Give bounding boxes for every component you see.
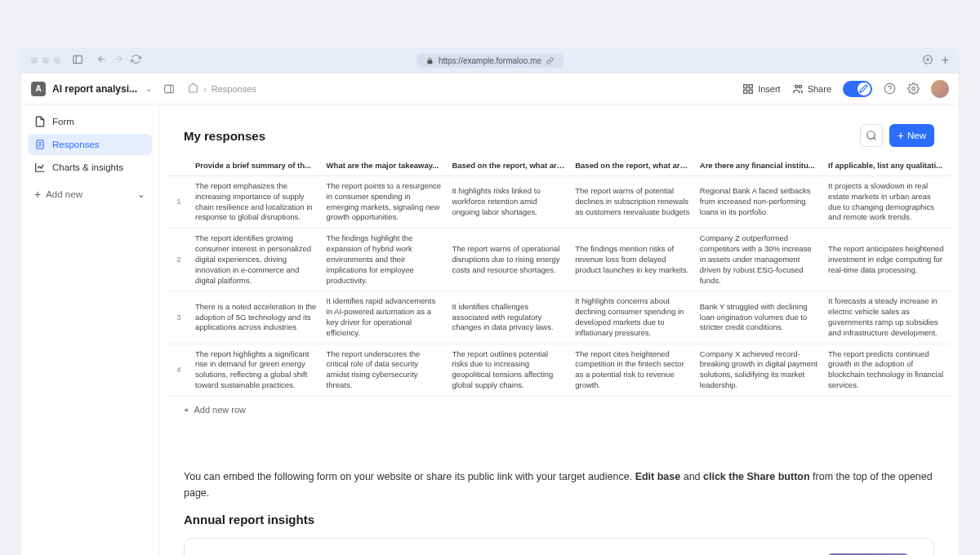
svg-rect-0 [74, 56, 82, 63]
table-cell[interactable]: The report cites heightened competition … [570, 344, 695, 396]
avatar[interactable] [931, 80, 949, 98]
reload-icon[interactable] [131, 54, 141, 67]
table-cell[interactable]: The report identifies growing consumer i… [190, 229, 322, 291]
share-label: Share [808, 84, 831, 94]
lock-icon [426, 57, 434, 64]
table-row[interactable]: 2The report identifies growing consumer … [167, 229, 951, 291]
app-topbar: A AI report analysi... ⌄ › Responses Ins… [21, 73, 959, 104]
table-cell[interactable]: It highlights risks linked to workforce … [447, 176, 570, 229]
home-icon[interactable] [188, 82, 198, 95]
sidebar-item-form[interactable]: Form [28, 111, 152, 132]
svg-point-12 [799, 85, 802, 88]
extensions-icon[interactable] [922, 54, 933, 68]
sidebar-item-responses[interactable]: Responses [28, 134, 152, 155]
table-cell[interactable]: It projects a slowdown in real estate ma… [823, 176, 951, 229]
help-icon[interactable] [884, 82, 896, 95]
row-number: 1 [167, 176, 190, 229]
svg-rect-9 [744, 90, 747, 93]
form-title: Annual report insights [159, 513, 959, 526]
edit-mode-toggle[interactable] [843, 81, 872, 97]
table-cell[interactable]: The findings mention risks of revenue lo… [570, 229, 695, 291]
sidebar: Form Responses Charts & insights + Add n… [21, 104, 158, 555]
grid-icon [742, 83, 754, 95]
share-button[interactable]: Share [792, 83, 831, 95]
responses-table: Provide a brief summary of th... What ar… [159, 155, 959, 423]
row-number: 4 [167, 344, 190, 396]
table-cell[interactable]: The report warns of operational disrupti… [447, 229, 570, 291]
clipboard-icon [34, 139, 46, 150]
table-cell[interactable]: There is a noted acceleration in the ado… [190, 291, 322, 344]
row-number: 3 [167, 291, 190, 344]
pencil-icon [859, 84, 868, 93]
table-cell[interactable]: The report points to a resurgence in con… [322, 176, 448, 229]
table-header[interactable]: Based on the report, what are... [570, 155, 695, 176]
close-dot[interactable] [31, 57, 38, 64]
add-row-button[interactable]: + Add new row [167, 397, 951, 423]
breadcrumb-current: Responses [212, 84, 256, 94]
document-icon [34, 116, 46, 127]
link-icon [546, 57, 554, 64]
chevron-down-icon: ⌄ [137, 189, 145, 200]
add-new-button[interactable]: + Add new ⌄ [28, 183, 152, 206]
new-button[interactable]: + New [889, 124, 934, 147]
sidebar-toggle-icon[interactable] [72, 54, 83, 68]
url-bar[interactable]: https://example.formaloo.me [416, 54, 564, 68]
row-number: 2 [167, 229, 190, 291]
breadcrumb: › Responses [188, 82, 256, 95]
new-button-label: New [907, 131, 926, 140]
insert-button[interactable]: Insert [742, 83, 781, 95]
sidebar-item-label: Responses [52, 140, 100, 149]
sidebar-item-charts[interactable]: Charts & insights [28, 157, 152, 178]
table-cell[interactable]: The report outlines potential risks due … [447, 344, 570, 396]
new-tab-icon[interactable]: + [942, 54, 949, 67]
table-cell[interactable]: Company X achieved record-breaking growt… [695, 344, 823, 396]
url-text: https://example.formaloo.me [439, 56, 541, 65]
table-cell[interactable]: It identifies challenges associated with… [447, 291, 570, 344]
svg-rect-7 [744, 84, 747, 87]
search-icon [866, 130, 877, 141]
minimize-dot[interactable] [42, 57, 49, 64]
chart-icon [34, 162, 46, 173]
svg-line-20 [874, 138, 876, 140]
table-cell[interactable]: Bank Y struggled with declining loan ori… [695, 291, 823, 344]
back-icon[interactable] [96, 54, 107, 67]
table-cell[interactable]: The report warns of potential declines i… [570, 176, 695, 229]
table-cell[interactable]: The report underscores the critical role… [322, 344, 448, 396]
browser-titlebar: https://example.formaloo.me + [21, 47, 959, 73]
chevron-down-icon[interactable]: ⌄ [145, 84, 152, 93]
table-row[interactable]: 1The report emphasizes the increasing im… [167, 176, 951, 229]
sidebar-item-label: Charts & insights [52, 162, 123, 172]
embed-instructions: You can embed the following form on your… [159, 468, 959, 501]
table-cell[interactable]: Regional Bank A faced setbacks from incr… [695, 176, 823, 229]
forward-icon[interactable] [114, 54, 124, 67]
table-cell[interactable]: It highlights concerns about declining c… [570, 291, 695, 344]
table-cell[interactable]: The report anticipates heightened invest… [823, 229, 951, 291]
svg-point-11 [795, 85, 798, 88]
sidebar-item-label: Form [52, 117, 74, 127]
page-title: My responses [184, 129, 265, 143]
table-cell[interactable]: It forecasts a steady increase in electr… [823, 291, 951, 344]
form-card: Edit Form View Form [184, 538, 934, 555]
table-cell[interactable]: The report emphasizes the increasing imp… [190, 176, 322, 229]
svg-rect-10 [749, 90, 752, 93]
table-cell[interactable]: The findings highlight the expansion of … [322, 229, 448, 291]
table-cell[interactable]: The report predicts continued growth in … [823, 344, 951, 396]
table-cell[interactable]: It identifies rapid advancements in AI-p… [322, 291, 448, 344]
table-header[interactable]: What are the major takeaway... [322, 155, 448, 176]
maximize-dot[interactable] [54, 57, 60, 64]
table-cell[interactable]: Company Z outperformed competitors with … [695, 229, 823, 291]
table-header[interactable]: Based on the report, what are... [447, 155, 570, 176]
table-header[interactable]: Are there any financial institu... [695, 155, 823, 176]
settings-icon[interactable] [907, 82, 920, 95]
table-row[interactable]: 4The report highlights a significant ris… [167, 344, 951, 396]
traffic-lights [31, 57, 60, 64]
panel-icon[interactable] [163, 83, 175, 95]
chevron-right-icon: › [203, 84, 207, 94]
app-title: AI report analysi... [52, 83, 137, 95]
search-button[interactable] [860, 124, 883, 147]
app-badge: A [31, 82, 46, 96]
table-row[interactable]: 3There is a noted acceleration in the ad… [167, 291, 951, 344]
table-cell[interactable]: The report highlights a significant rise… [190, 344, 322, 396]
table-header[interactable]: Provide a brief summary of th... [190, 155, 322, 176]
table-header[interactable]: If applicable, list any qualitati... [823, 155, 951, 176]
